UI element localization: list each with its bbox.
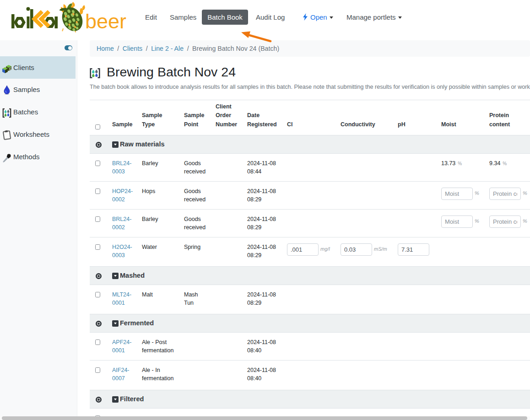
svg-text:beer: beer bbox=[85, 10, 126, 33]
